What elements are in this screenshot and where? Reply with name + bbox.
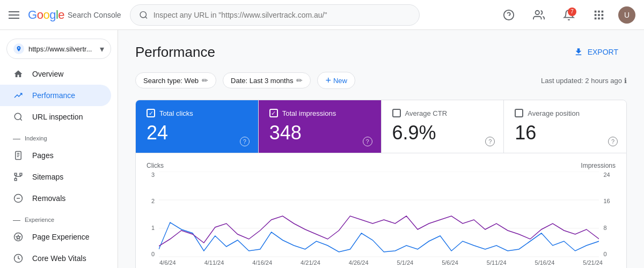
svg-rect-20	[14, 173, 17, 175]
home-icon	[13, 69, 24, 79]
search-type-label: Search type: Web	[143, 77, 199, 85]
x-label-7: 5/11/24	[487, 259, 507, 266]
search-icon	[139, 10, 148, 20]
page-experience-icon	[13, 232, 24, 242]
experience-collapse-icon[interactable]: —	[13, 215, 20, 224]
y-left-3: 3	[147, 172, 155, 178]
last-updated: Last updated: 2 hours ago ℹ	[541, 77, 627, 85]
clicks-label: Total clicks	[159, 109, 193, 117]
collapse-icon[interactable]: —	[13, 134, 20, 143]
x-label-4: 4/26/24	[349, 259, 369, 266]
accounts-button[interactable]	[528, 4, 550, 26]
svg-line-1	[145, 17, 147, 18]
page-title: Performance	[135, 44, 215, 61]
ctr-checkbox[interactable]	[392, 109, 401, 117]
app-name: Search Console	[68, 11, 121, 19]
search-type-filter[interactable]: Search type: Web ✏	[135, 72, 216, 88]
sidebar-item-overview[interactable]: Overview	[0, 63, 111, 85]
avatar[interactable]: U	[618, 6, 635, 24]
metric-card-ctr[interactable]: Average CTR 6.9% ?	[382, 100, 504, 153]
metric-cards: Total clicks 24 ? Total impressions 348 …	[135, 100, 627, 153]
help-button[interactable]	[498, 4, 519, 26]
x-label-0: 4/6/24	[159, 259, 176, 266]
indexing-section-header: — Indexing	[0, 128, 118, 145]
svg-point-0	[140, 11, 146, 17]
sidebar-label-sitemaps: Sitemaps	[32, 173, 63, 181]
property-selector[interactable]: https://www.silvertr... ▾	[6, 39, 111, 59]
removals-icon	[13, 193, 24, 204]
date-filter[interactable]: Date: Last 3 months ✏	[223, 72, 311, 88]
sitemaps-icon	[13, 172, 24, 182]
metric-card-clicks[interactable]: Total clicks 24 ?	[136, 100, 259, 153]
main-layout: https://www.silvertr... ▾ Overview Perfo…	[0, 30, 644, 268]
notifications-button[interactable]: 7	[558, 4, 580, 26]
position-label: Average position	[528, 109, 580, 117]
svg-rect-22	[14, 178, 17, 181]
svg-rect-9	[598, 14, 600, 16]
impressions-checkbox[interactable]	[269, 109, 278, 117]
experience-label: Experience	[25, 217, 54, 223]
svg-rect-6	[598, 10, 600, 12]
inspect-icon	[13, 111, 24, 122]
impressions-label: Total impressions	[282, 109, 336, 117]
pages-icon	[13, 150, 24, 161]
x-label-5: 5/1/24	[397, 259, 414, 266]
new-filter-label: New	[333, 77, 347, 85]
property-icon	[13, 43, 24, 54]
ctr-info-icon[interactable]: ?	[485, 137, 495, 146]
x-label-8: 5/16/24	[535, 259, 555, 266]
menu-button[interactable]	[9, 11, 19, 19]
date-edit-icon: ✏	[296, 76, 303, 85]
export-button[interactable]: EXPORT	[565, 43, 627, 61]
sidebar-label-url-inspection: URL inspection	[32, 113, 83, 121]
logo-area: Google Search Console	[28, 8, 121, 22]
clicks-value: 24	[147, 122, 247, 144]
sidebar-item-removals[interactable]: Removals	[0, 188, 111, 209]
y-right-0: 0	[603, 251, 616, 257]
add-icon: +	[325, 76, 331, 85]
search-bar[interactable]	[130, 4, 420, 26]
content-area: Performance EXPORT Search type: Web ✏ Da…	[118, 30, 644, 268]
chart-area: Clicks Impressions 3 2 1 0	[135, 153, 627, 268]
sidebar-item-sitemaps[interactable]: Sitemaps	[0, 166, 111, 188]
trending-icon	[13, 90, 24, 101]
y-left-1: 1	[147, 225, 155, 231]
sidebar-item-pages[interactable]: Pages	[0, 145, 111, 166]
core-web-vitals-icon	[13, 253, 24, 264]
y-right-24: 24	[603, 172, 616, 178]
x-label-6: 5/6/24	[442, 259, 458, 266]
sidebar-item-core-web-vitals[interactable]: Core Web Vitals	[0, 248, 111, 268]
metric-card-impressions[interactable]: Total impressions 348 ?	[259, 100, 382, 153]
svg-rect-10	[602, 14, 604, 16]
apps-button[interactable]	[588, 4, 610, 26]
clicks-checkbox[interactable]	[147, 109, 155, 117]
svg-point-14	[14, 113, 21, 120]
y-axis-impressions-label: Impressions	[581, 162, 616, 169]
sidebar-label-pages: Pages	[32, 151, 54, 160]
sidebar-item-performance[interactable]: Performance	[0, 85, 111, 106]
position-info-icon[interactable]: ?	[608, 137, 618, 146]
sidebar-label-core-web-vitals: Core Web Vitals	[32, 254, 86, 263]
dropdown-arrow-icon: ▾	[100, 44, 104, 54]
info-icon: ℹ	[624, 77, 627, 85]
svg-point-4	[536, 10, 539, 14]
url-inspect-input[interactable]	[153, 11, 411, 19]
sidebar-label-performance: Performance	[32, 91, 75, 100]
impressions-info-icon[interactable]: ?	[363, 137, 372, 146]
google-logo: Google	[28, 8, 64, 22]
experience-section-header: — Experience	[0, 209, 118, 226]
metric-card-position[interactable]: Average position 16 ?	[504, 100, 626, 153]
y-right-8: 8	[603, 225, 616, 231]
clicks-info-icon[interactable]: ?	[240, 137, 250, 146]
position-checkbox[interactable]	[515, 109, 523, 117]
sidebar-item-url-inspection[interactable]: URL inspection	[0, 106, 111, 128]
sidebar-label-overview: Overview	[32, 70, 63, 78]
x-label-1: 4/11/24	[204, 259, 224, 266]
ctr-value: 6.9%	[392, 122, 493, 144]
svg-line-15	[20, 118, 21, 120]
add-filter-button[interactable]: + New	[317, 72, 355, 89]
sidebar-item-page-experience[interactable]: Page Experience	[0, 226, 111, 248]
x-label-3: 4/21/24	[301, 259, 320, 266]
svg-rect-21	[20, 173, 22, 175]
topbar-actions: 7 U	[498, 4, 635, 26]
